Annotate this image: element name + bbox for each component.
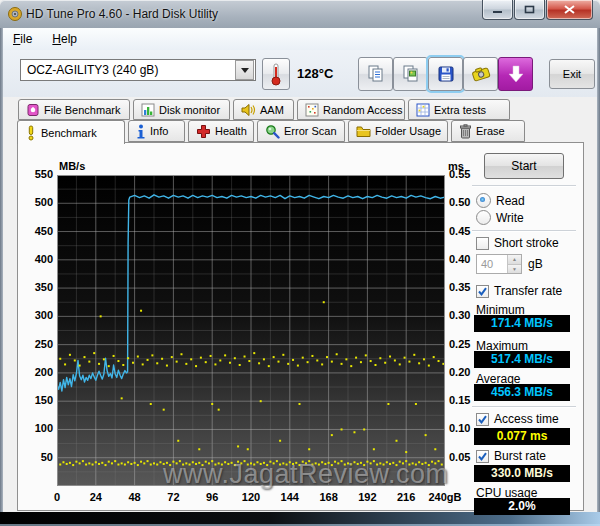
- copy-image-button[interactable]: [393, 57, 428, 91]
- trash-icon: [459, 124, 472, 139]
- average-value: 456.3 MB/s: [474, 384, 570, 401]
- camera-icon: [471, 66, 491, 82]
- disk-monitor-icon: [141, 103, 155, 117]
- file-benchmark-icon: [26, 103, 40, 117]
- access-time-label: Access time: [494, 412, 559, 426]
- update-button[interactable]: [498, 57, 533, 91]
- menu-bar: File Help: [3, 28, 597, 50]
- stepper-up-icon[interactable]: ▲: [508, 255, 521, 265]
- tab-error-scan[interactable]: Error Scan: [257, 120, 345, 142]
- y-right-tick: 0.50: [449, 196, 483, 208]
- stepper-arrows[interactable]: ▲▼: [507, 255, 521, 273]
- minimize-icon: [492, 5, 503, 14]
- write-radio[interactable]: Write: [468, 210, 588, 225]
- y-left-tick: 350: [18, 281, 53, 293]
- maximize-button[interactable]: [514, 0, 545, 20]
- capacity-unit-label: gB: [528, 257, 543, 271]
- temperature-value: 128°C: [297, 66, 333, 81]
- start-button[interactable]: Start: [484, 153, 564, 179]
- y-left-tick: 500: [18, 196, 53, 208]
- exit-label: Exit: [563, 68, 581, 80]
- write-label: Write: [496, 211, 524, 225]
- tab-erase[interactable]: Erase: [451, 120, 525, 142]
- y-right-tick: 0.55: [449, 168, 483, 180]
- tab-random-access[interactable]: Random Access: [297, 99, 405, 120]
- save-button[interactable]: [428, 57, 463, 91]
- y-left-tick: 550: [18, 168, 53, 180]
- exit-button[interactable]: Exit: [549, 59, 595, 89]
- separator: [472, 230, 576, 232]
- drive-select-value: OCZ-AGILITY3 (240 gB): [21, 63, 235, 77]
- download-arrow-icon: [508, 65, 524, 83]
- window-border-left: [0, 28, 3, 512]
- close-icon: [564, 5, 575, 14]
- read-label: Read: [496, 194, 525, 208]
- y-right-tick: 0.45: [449, 225, 483, 237]
- extra-tests-icon: [416, 103, 430, 117]
- menu-help[interactable]: Help: [52, 32, 77, 46]
- magnifier-icon: [265, 124, 280, 139]
- tab-disk-monitor[interactable]: Disk monitor: [133, 99, 230, 120]
- transfer-rate-label: Transfer rate: [494, 284, 562, 298]
- separator: [472, 185, 576, 187]
- tab-info[interactable]: Info: [128, 120, 185, 142]
- read-radio[interactable]: Read: [468, 193, 588, 208]
- menu-file[interactable]: File: [13, 32, 32, 46]
- tab-benchmark[interactable]: Benchmark: [17, 120, 125, 144]
- tab-file-benchmark[interactable]: File Benchmark: [18, 99, 130, 120]
- tab-label: Erase: [476, 125, 505, 137]
- minimize-button[interactable]: [482, 0, 513, 20]
- y-right-tick: 0.30: [449, 309, 483, 321]
- tab-health[interactable]: Health: [188, 120, 254, 142]
- chevron-down-icon[interactable]: [235, 60, 254, 80]
- tab-label: AAM: [260, 104, 284, 116]
- folder-icon: [356, 125, 371, 138]
- access-time-checkbox[interactable]: Access time: [468, 412, 588, 426]
- thermometer-icon: [270, 62, 282, 86]
- copy-text-button[interactable]: [358, 57, 393, 91]
- maximize-icon: [524, 5, 535, 14]
- separator: [472, 406, 576, 408]
- cpu-usage-value: 2.0%: [474, 498, 570, 515]
- maximum-value: 517.4 MB/s: [474, 351, 570, 368]
- burst-rate-label: Burst rate: [494, 449, 546, 463]
- tab-label: Random Access: [323, 104, 402, 116]
- save-icon: [437, 65, 455, 83]
- close-button[interactable]: [546, 0, 593, 20]
- left-axis-unit: MB/s: [59, 160, 85, 172]
- minimum-value: 171.4 MB/s: [474, 315, 570, 332]
- temperature-button[interactable]: [262, 58, 290, 90]
- stepper-down-icon[interactable]: ▼: [508, 265, 521, 274]
- y-right-tick: 0.25: [449, 338, 483, 350]
- radio-unselected-icon[interactable]: [476, 210, 491, 225]
- y-left-tick: 200: [18, 366, 53, 378]
- checkbox-unchecked-icon[interactable]: [476, 237, 489, 250]
- health-cross-icon: [196, 124, 211, 139]
- tab-folder-usage[interactable]: Folder Usage: [348, 120, 448, 142]
- y-right-tick: 0.05: [449, 451, 483, 463]
- tab-label: Info: [150, 125, 168, 137]
- tab-aam[interactable]: AAM: [233, 99, 294, 120]
- short-stroke-checkbox[interactable]: Short stroke: [468, 236, 588, 250]
- copy-image-icon: [402, 65, 420, 83]
- y-left-tick: 50: [18, 451, 53, 463]
- app-icon: [7, 6, 23, 26]
- y-right-tick: 0.15: [449, 394, 483, 406]
- drive-select[interactable]: OCZ-AGILITY3 (240 gB): [20, 59, 256, 81]
- y-right-tick: 0.10: [449, 422, 483, 434]
- transfer-rate-checkbox[interactable]: Transfer rate: [468, 284, 588, 298]
- burst-rate-checkbox[interactable]: Burst rate: [468, 449, 588, 463]
- tab-label: File Benchmark: [44, 104, 120, 116]
- x-tick: 240gB: [422, 491, 468, 503]
- window-title: HD Tune Pro 4.60 - Hard Disk Utility: [26, 7, 218, 21]
- title-bar: HD Tune Pro 4.60 - Hard Disk Utility: [0, 0, 600, 29]
- scatter-icon: [305, 103, 319, 117]
- tab-label: Folder Usage: [375, 125, 441, 137]
- results-panel: Start Read Write Short stroke 40 ▲▼ gB T…: [468, 143, 582, 510]
- copy-text-icon: [367, 65, 385, 83]
- tab-label: Extra tests: [434, 104, 486, 116]
- y-left-tick: 450: [18, 225, 53, 237]
- screenshot-button[interactable]: [463, 57, 498, 91]
- tab-extra-tests[interactable]: Extra tests: [408, 99, 510, 120]
- toolbar: OCZ-AGILITY3 (240 gB) 128°C: [3, 50, 597, 97]
